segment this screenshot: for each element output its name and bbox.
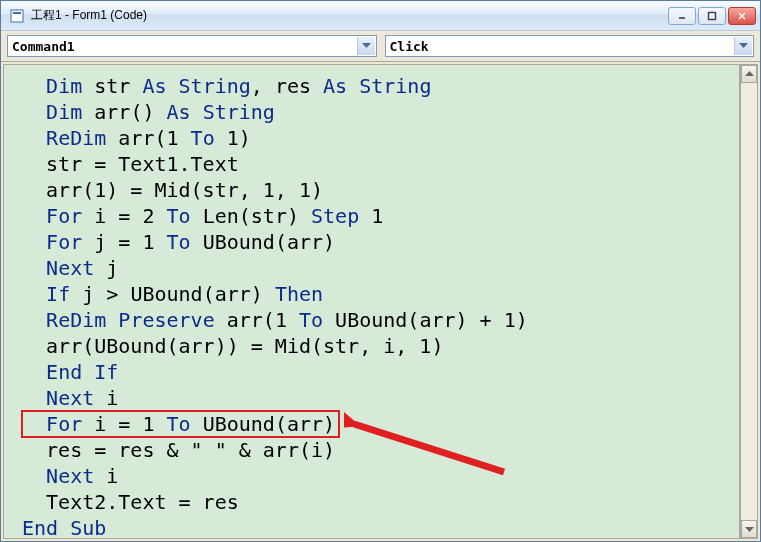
code-line: For i = 1 To UBound(arr) — [22, 411, 729, 437]
selector-bar: Command1 Click — [1, 31, 760, 62]
code-line: ReDim arr(1 To 1) — [22, 125, 729, 151]
window-controls — [668, 7, 756, 25]
event-selector[interactable]: Click — [385, 35, 755, 57]
window-frame: 工程1 - Form1 (Code) Command1 Click Dim st… — [0, 0, 761, 542]
editor-wrap: Dim str As String, res As String Dim arr… — [1, 62, 760, 541]
code-line: End If — [22, 359, 729, 385]
code-line: For j = 1 To UBound(arr) — [22, 229, 729, 255]
code-line: arr(1) = Mid(str, 1, 1) — [22, 177, 729, 203]
svg-rect-3 — [709, 12, 716, 19]
scroll-track[interactable] — [741, 83, 757, 520]
scroll-down-button[interactable] — [741, 520, 757, 538]
code-line: End Sub — [22, 515, 729, 539]
code-editor[interactable]: Dim str As String, res As String Dim arr… — [3, 64, 740, 539]
code-line: Dim str As String, res As String — [22, 73, 729, 99]
window-title: 工程1 - Form1 (Code) — [31, 7, 668, 24]
app-icon — [9, 8, 25, 24]
vertical-scrollbar[interactable] — [740, 64, 758, 539]
object-selector-value: Command1 — [12, 39, 75, 54]
event-selector-value: Click — [390, 39, 429, 54]
code-line: Next i — [22, 463, 729, 489]
svg-rect-1 — [13, 12, 21, 14]
code-line: If j > UBound(arr) Then — [22, 281, 729, 307]
chevron-down-icon — [357, 37, 375, 55]
maximize-button[interactable] — [698, 7, 726, 25]
close-button[interactable] — [728, 7, 756, 25]
svg-marker-7 — [739, 43, 748, 48]
svg-marker-10 — [745, 71, 754, 76]
code-line: Next i — [22, 385, 729, 411]
chevron-down-icon — [734, 37, 752, 55]
svg-marker-6 — [362, 43, 371, 48]
code-line: Next j — [22, 255, 729, 281]
svg-rect-0 — [11, 10, 23, 22]
scroll-up-button[interactable] — [741, 65, 757, 83]
svg-marker-11 — [745, 527, 754, 532]
code-line: ReDim Preserve arr(1 To UBound(arr) + 1) — [22, 307, 729, 333]
titlebar[interactable]: 工程1 - Form1 (Code) — [1, 1, 760, 31]
code-line: str = Text1.Text — [22, 151, 729, 177]
code-line: For i = 2 To Len(str) Step 1 — [22, 203, 729, 229]
object-selector[interactable]: Command1 — [7, 35, 377, 57]
minimize-button[interactable] — [668, 7, 696, 25]
code-line: res = res & " " & arr(i) — [22, 437, 729, 463]
code-line: Dim arr() As String — [22, 99, 729, 125]
code-line: arr(UBound(arr)) = Mid(str, i, 1) — [22, 333, 729, 359]
code-line: Text2.Text = res — [22, 489, 729, 515]
